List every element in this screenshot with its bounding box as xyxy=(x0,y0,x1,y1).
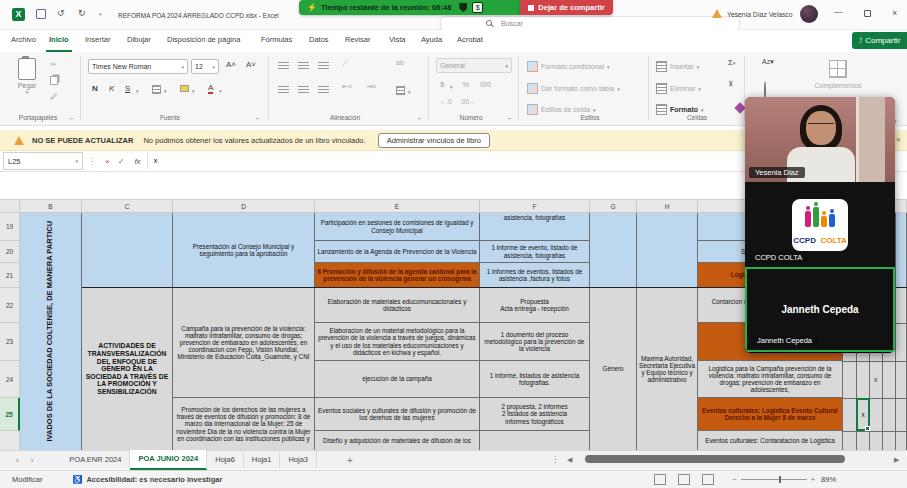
cell-E25[interactable]: Eventos sociales y culturales de difusió… xyxy=(315,398,480,431)
increase-font-icon[interactable]: A˄ xyxy=(226,60,236,69)
format-painter-icon[interactable]: 🖉 xyxy=(50,92,58,101)
share-button[interactable]: ⤴ Compartir xyxy=(852,32,907,49)
col-header-G[interactable]: G xyxy=(590,200,637,213)
conditional-format-button[interactable]: Formato condicional▾ xyxy=(527,61,610,72)
merge-chevron-icon[interactable]: ▾ xyxy=(408,89,411,95)
cell-D22[interactable]: Campaña para la prevención de la violenc… xyxy=(173,288,315,398)
font-color-chevron-icon[interactable]: ▾ xyxy=(219,88,222,94)
search-box[interactable]: Buscar xyxy=(440,16,740,31)
decrease-indent-icon[interactable]: ⇤≡ xyxy=(342,83,352,91)
tab-archivo[interactable]: Archivo xyxy=(8,30,39,50)
sheet-tab-poa-enr[interactable]: POA ENR 2024 xyxy=(61,451,130,469)
thousands-icon[interactable]: 000 xyxy=(480,81,491,88)
normal-view-icon[interactable] xyxy=(654,474,666,485)
align-top-icon[interactable] xyxy=(278,62,289,70)
col-header-C[interactable]: C xyxy=(82,200,173,213)
save-icon[interactable] xyxy=(36,9,46,19)
sheet-prev-icon[interactable]: ‹ xyxy=(10,456,25,465)
excel-logo-icon[interactable]: X xyxy=(12,8,25,21)
row-header-24[interactable]: 24 xyxy=(0,361,20,398)
tab-ayuda[interactable]: Ayuda xyxy=(418,30,445,50)
cell-B-merged[interactable]: IVADOS DE LA SOCIEDAD COLTENSE, DE MANER… xyxy=(20,213,82,451)
currency-icon[interactable]: $ xyxy=(440,80,444,89)
clipboard-dialog-launcher-icon[interactable]: ⌐ xyxy=(70,115,74,121)
underline-button[interactable]: S xyxy=(125,84,130,93)
cell-F21[interactable]: 1 informes de eventos, listados de asist… xyxy=(480,263,590,288)
warning-close-icon[interactable]: × xyxy=(896,135,901,144)
accessibility-status[interactable]: Accesibilidad: es necesario investigar xyxy=(86,475,222,484)
col-header-H[interactable]: H xyxy=(637,200,698,213)
currency-chevron-icon[interactable]: ▾ xyxy=(450,84,453,90)
confirm-entry-icon[interactable]: ✓ xyxy=(118,157,125,166)
manage-links-button[interactable]: Administrar vínculos de libro xyxy=(378,133,490,148)
zoom-slider[interactable] xyxy=(741,479,807,480)
align-bottom-icon[interactable] xyxy=(318,62,329,70)
cell-F26[interactable] xyxy=(480,431,590,451)
dollar-control-icon[interactable]: $ xyxy=(472,2,483,13)
delete-cells-button[interactable]: Eliminar▾ xyxy=(656,83,701,94)
copy-icon[interactable] xyxy=(50,76,58,85)
number-format-select[interactable]: General▾ xyxy=(436,58,512,73)
col-header-B[interactable]: B xyxy=(20,200,82,213)
redo-icon[interactable]: ↻ xyxy=(78,8,86,18)
format-as-table-button[interactable]: Dar formato como tabla▾ xyxy=(527,83,620,94)
close-button[interactable]: × xyxy=(892,8,897,18)
font-color-icon[interactable]: A xyxy=(208,83,213,94)
increase-decimal-icon[interactable]: ←.0 xyxy=(440,98,452,105)
font-name-select[interactable]: Times New Roman▾ xyxy=(88,59,188,74)
cell-E19[interactable]: Participación en sesiones de comisiones … xyxy=(315,213,480,241)
align-center-icon[interactable] xyxy=(298,86,309,94)
sheet-tab-hoja3[interactable]: Hoja3 xyxy=(280,451,317,469)
align-right-icon[interactable] xyxy=(318,86,329,94)
merge-center-icon[interactable] xyxy=(396,86,405,95)
page-layout-view-icon[interactable] xyxy=(678,474,690,485)
italic-button[interactable]: K xyxy=(109,84,114,93)
tab-revisar[interactable]: Revisar xyxy=(342,30,373,50)
sheet-tab-hoja1[interactable]: Hoja1 xyxy=(244,451,281,469)
cell-G19-21[interactable] xyxy=(590,213,637,288)
insert-function-icon[interactable]: fx xyxy=(134,157,140,166)
zoom-in-icon[interactable]: + xyxy=(811,475,815,484)
increase-indent-icon[interactable]: ⇥≡ xyxy=(366,83,376,91)
cell-F25[interactable]: 2 propuesta, 2 informes 2 listados de as… xyxy=(480,398,590,431)
orientation-icon[interactable]: ⟋ xyxy=(342,59,348,69)
cell-G22[interactable]: Género xyxy=(590,288,637,451)
fill-chevron-icon[interactable]: ▾ xyxy=(192,88,195,94)
cell-E21[interactable]: 6 Promoción y difusión de la agenda cant… xyxy=(315,263,480,288)
cell-F22[interactable]: Propuesta Acta entrega - recepción xyxy=(480,288,590,323)
tab-disposicion[interactable]: Disposición de página xyxy=(164,30,243,50)
sort-filter-icon[interactable]: AZ▾ xyxy=(762,58,774,66)
horizontal-scrollbar[interactable] xyxy=(585,455,845,463)
autosum-icon[interactable]: Σ▾ xyxy=(728,58,735,67)
cell-L24-x[interactable]: x xyxy=(869,361,882,398)
wrap-text-icon[interactable]: ab xyxy=(396,59,404,66)
bold-button[interactable]: N xyxy=(92,84,98,93)
insert-cells-button[interactable]: Insertar▾ xyxy=(656,61,699,72)
tab-inicio[interactable]: Inicio xyxy=(46,30,72,52)
row-header-20[interactable]: 20 xyxy=(0,241,20,263)
decrease-decimal-icon[interactable]: .00→ xyxy=(460,98,476,105)
quick-access-chevron-icon[interactable]: ▾ xyxy=(99,11,102,17)
meeting-video-overlay[interactable]: Yesenia Diaz CCPD COLTA CCPD COLTA Janne… xyxy=(745,97,895,353)
underline-chevron-icon[interactable]: ▾ xyxy=(136,88,139,94)
row-header-25[interactable]: 25 xyxy=(0,398,20,431)
row-header-26[interactable] xyxy=(0,431,20,451)
video-tile-yesenia[interactable]: Yesenia Diaz xyxy=(745,97,895,182)
undo-icon[interactable]: ↺ xyxy=(57,8,65,18)
cell-I26[interactable]: Eventos culturales: Contaratacion de Log… xyxy=(698,431,843,451)
video-tile-ccpd-colta[interactable]: CCPD COLTA CCPD COLTA xyxy=(745,182,895,267)
col-header-D[interactable]: D xyxy=(173,200,315,213)
active-cell-L25[interactable]: x xyxy=(856,398,870,431)
cell-I24[interactable]: Logistica para la Campaña prevención de … xyxy=(698,361,843,398)
stop-sharing-button[interactable]: Dejar de compartir xyxy=(520,0,613,15)
tab-datos[interactable]: Datos xyxy=(306,30,332,50)
cell-E26[interactable]: Diseño y adquisición de materiales de di… xyxy=(315,431,480,451)
percent-icon[interactable]: % xyxy=(462,80,469,89)
align-middle-icon[interactable] xyxy=(298,62,309,70)
fill-color-icon[interactable] xyxy=(180,85,189,92)
name-box[interactable]: L25▾ xyxy=(3,152,83,170)
cell-E22[interactable]: Elaboración de materiales educomuncacion… xyxy=(315,288,480,323)
cell-F24[interactable]: 1 informe, listados de asistencia fotogr… xyxy=(480,361,590,398)
cell-E20[interactable]: Lanzamiento de la Agenda de Prevencion d… xyxy=(315,241,480,263)
cell-E23[interactable]: Elaboracion de un material metodológico … xyxy=(315,323,480,361)
